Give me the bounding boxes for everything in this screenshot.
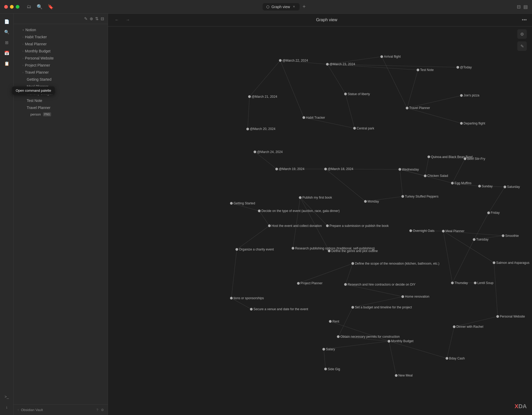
sidebar-item-monthly-budget[interactable]: › Monthly Budget (15, 48, 106, 54)
titlebar-center: ⬡ Graph view ✕ + (57, 3, 514, 11)
bookmark-icon[interactable]: 🔖 (48, 4, 53, 10)
svg-text:Host the event and collect don: Host the event and collect donation (272, 224, 322, 228)
chevron-down-icon: ▾ (23, 29, 24, 31)
tab-icon: ⬡ (266, 5, 269, 9)
settings-icon[interactable]: ⚙ (101, 408, 104, 412)
svg-point-76 (406, 107, 408, 109)
svg-point-108 (299, 196, 301, 199)
svg-point-132 (235, 248, 238, 251)
sidebar-item-travel-planner-flat[interactable]: Travel Planner (15, 104, 106, 111)
sort-icon[interactable]: ⇅ (95, 16, 99, 21)
sidebar-item-travel-planner[interactable]: › Travel Planner (15, 69, 106, 76)
new-folder-icon[interactable]: ⊕ (90, 16, 93, 21)
chevron-right-icon: › (23, 57, 23, 60)
svg-point-62 (380, 55, 383, 58)
sidebar-item-project-planner[interactable]: › Project Planner (15, 62, 106, 69)
svg-text:tions or sponsorships: tions or sponsorships (234, 296, 264, 300)
svg-text:Secure a venue and date for th: Secure a venue and date for the event (253, 307, 308, 311)
svg-line-23 (474, 213, 488, 239)
graph-settings-button[interactable]: ⚙ (517, 29, 527, 39)
svg-line-14 (255, 152, 277, 169)
svg-point-102 (503, 185, 506, 188)
svg-text:Smoothie: Smoothie (505, 234, 519, 238)
graph-canvas[interactable]: .edge { stroke: #555; stroke-width: 1; o… (108, 26, 532, 415)
new-note-icon[interactable]: ✎ (84, 16, 88, 21)
svg-point-162 (388, 340, 390, 342)
svg-point-122 (328, 250, 330, 252)
svg-point-60 (326, 63, 329, 65)
folder-icon[interactable]: 🗂 (27, 4, 31, 9)
command-palette-tooltip: Open command palette (12, 86, 55, 95)
close-button[interactable] (4, 5, 8, 9)
svg-text:Define the genre and plot outl: Define the genre and plot outline (331, 249, 378, 253)
svg-text:Travel Planner: Travel Planner (409, 106, 430, 110)
search-icon-btn[interactable]: 🔍 (2, 27, 12, 37)
svg-text:@March 23, 2024: @March 23, 2024 (329, 62, 355, 66)
chevron-right-icon: › (23, 43, 23, 46)
svg-text:Meal Planner: Meal Planner (446, 229, 464, 233)
sidebar-item-test-note[interactable]: Test Note (15, 97, 106, 104)
svg-point-124 (409, 229, 412, 232)
svg-line-55 (425, 157, 429, 176)
download-icon-btn[interactable]: ↓ (2, 402, 12, 412)
chevron-right-icon: › (23, 71, 23, 74)
svg-text:Define the scope of the renova: Define the scope of the renovation (kitc… (355, 262, 439, 265)
files-icon-btn[interactable]: 📄 (2, 17, 12, 26)
svg-text:Chicken Salad: Chicken Salad (427, 174, 448, 178)
svg-line-7 (248, 97, 249, 129)
new-tab-button[interactable]: + (301, 3, 308, 11)
terminal-icon-btn[interactable]: >_ (2, 392, 12, 401)
graph-edit-button[interactable]: ✎ (517, 41, 527, 51)
svg-line-2 (280, 61, 304, 118)
search-icon[interactable]: 🔍 (37, 4, 42, 10)
svg-line-33 (259, 211, 269, 226)
back-button[interactable]: ← (113, 16, 121, 24)
svg-text:Organize a charity event: Organize a charity event (239, 248, 274, 251)
sidebar-section-notion[interactable]: ▾ Notion (15, 26, 106, 33)
minimize-button[interactable] (10, 5, 14, 9)
blocks-icon-btn[interactable]: ⊞ (2, 38, 12, 47)
panel-layout-icon[interactable]: ⊟ (517, 4, 521, 10)
sidebar-item-habit-tracker[interactable]: › Habit Tracker (15, 34, 106, 40)
more-options-button[interactable]: ••• (522, 17, 527, 23)
person-item[interactable]: person PNG (15, 111, 106, 117)
collapse-icon[interactable]: ⊟ (101, 16, 104, 21)
titlebar: 🗂 🔍 🔖 ⬡ Graph view ✕ + ⊟ ▤ (0, 0, 532, 14)
xda-d: D (518, 403, 523, 409)
clipboard-icon-btn[interactable]: 📋 (2, 59, 12, 68)
svg-text:@March 22, 2024: @March 22, 2024 (283, 59, 308, 62)
svg-line-8 (382, 57, 407, 108)
tab-close-button[interactable]: ✕ (292, 5, 296, 9)
forward-button[interactable]: → (124, 16, 132, 24)
svg-line-19 (400, 169, 403, 196)
sidebar-header-icons: ✎ ⊕ ⇅ ⊟ (84, 16, 104, 21)
graph-view-tab[interactable]: ⬡ Graph view ✕ (263, 3, 300, 10)
png-badge: PNG (43, 112, 51, 116)
svg-text:Turkey Stuffed Peppers: Turkey Stuffed Peppers (405, 195, 438, 198)
svg-text:Dinner with Rachel: Dinner with Rachel (456, 325, 483, 329)
svg-line-35 (231, 249, 237, 298)
svg-point-110 (230, 202, 233, 205)
notion-vault-label: Notion (25, 28, 102, 32)
chevron-right-icon: › (23, 64, 23, 67)
vault-name-label: Obsidian Vault (21, 408, 43, 412)
sidebar-header: ✎ ⊕ ⇅ ⊟ (14, 14, 108, 24)
svg-line-34 (237, 226, 269, 249)
sidebar-item-personal-website[interactable]: › Personal Website (15, 55, 106, 62)
help-icon[interactable]: ? (96, 408, 98, 412)
svg-point-146 (401, 295, 404, 298)
svg-line-22 (488, 187, 505, 213)
svg-text:Monday: Monday (368, 200, 379, 203)
sidebar-item-meal-planner[interactable]: › Meal Planner (15, 41, 106, 47)
tab-bar: ⬡ Graph view ✕ + (263, 3, 308, 11)
traffic-lights (4, 5, 19, 9)
maximize-button[interactable] (16, 5, 19, 9)
calendar-icon-btn[interactable]: 📅 (2, 48, 12, 58)
graph-controls: ⚙ ✎ (517, 29, 527, 51)
sidebar-toggle-icon[interactable]: ▤ (523, 4, 528, 10)
svg-text:Prepare a submission or publis: Prepare a submission or publish the book (329, 224, 389, 228)
svg-text:Rent: Rent (332, 320, 339, 323)
sidebar-item-getting-started[interactable]: Getting Started (15, 76, 106, 83)
graph-title: Graph view (135, 18, 518, 22)
svg-point-94 (399, 168, 401, 171)
